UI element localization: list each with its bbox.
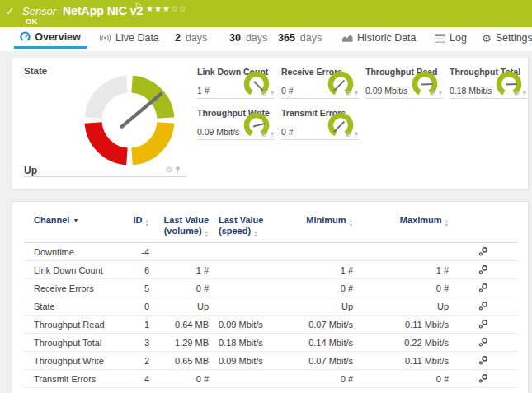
column-header-last-value-volume[interactable]: Last Value (volume)▲▼ <box>149 213 209 243</box>
gauge-needle <box>334 81 345 91</box>
channel-last-value-speed <box>209 279 294 297</box>
channel-settings-button[interactable] <box>478 319 488 330</box>
channel-last-value-speed: 0.18 Mbit/s <box>209 334 294 352</box>
column-header-channel[interactable]: Channel▼ <box>24 213 113 243</box>
gauge-needle <box>421 84 433 85</box>
channel-last-value-volume: 0 # <box>149 279 209 297</box>
channel-name: Receive Errors <box>24 279 113 297</box>
channel-minimum: Up <box>294 297 353 316</box>
channel-row: Downtime -4 <box>24 243 518 261</box>
broadcast-icon <box>99 33 111 43</box>
state-gauge-needle <box>122 94 162 127</box>
channel-row: Transmit Errors 4 0 # 0 # 0 # <box>24 370 518 388</box>
channel-minimum: 0.07 Mbit/s <box>294 352 353 370</box>
gauge-needle <box>253 124 265 126</box>
channel-name: Throughput Read <box>24 316 113 334</box>
gauge-value: 0 # <box>281 127 294 137</box>
column-header-minimum[interactable]: Minimum▲▼ <box>294 213 353 243</box>
tab-2-days[interactable]: 2days <box>175 27 207 49</box>
tab-30-days[interactable]: 30days <box>229 27 267 49</box>
channel-last-value-volume: 1.29 MB <box>149 334 209 352</box>
tab-overview[interactable]: Overview <box>14 27 87 49</box>
pin-icon[interactable] <box>270 91 275 97</box>
tab-historic-data[interactable]: Historic Data <box>342 27 417 49</box>
gear-icon[interactable]: ⚙ <box>514 91 520 97</box>
channel-row: Link Down Count 6 1 # 1 # 1 # <box>24 261 518 279</box>
channel-settings-button[interactable] <box>478 246 488 258</box>
gear-icon[interactable]: ⚙ <box>346 132 351 138</box>
channel-settings-button[interactable] <box>478 355 488 367</box>
priority-flag-icon[interactable]: ⚐ <box>134 2 142 11</box>
channel-minimum <box>294 243 353 261</box>
state-gauge-title: State <box>24 66 47 76</box>
channel-last-value-volume: 0 # <box>149 370 209 388</box>
tab-bar: Overview Live Data 2days 30days 365days … <box>0 27 532 51</box>
sort-icon: ▲▼ <box>145 219 149 227</box>
gauge-tile: Receive Errors 0 # ⚙ <box>281 67 359 99</box>
gauges-panel: State Up ⚙ Link Down Count <box>12 58 529 189</box>
channel-settings-icon <box>478 355 488 365</box>
channel-settings-icon <box>478 246 488 256</box>
gear-icon[interactable]: ⚙ <box>261 132 267 138</box>
table-header-row: Channel▼ ID▲▼ Last Value (volume)▲▼ Last… <box>24 213 518 243</box>
channel-settings-button[interactable] <box>478 301 488 312</box>
pin-icon[interactable] <box>354 91 359 97</box>
gauge-needle <box>334 122 345 133</box>
channel-minimum: 0.07 Mbit/s <box>294 316 353 334</box>
tab-label: Log <box>450 32 467 44</box>
channel-row: Throughput Write 2 0.65 MB 0.09 Mbit/s 0… <box>24 352 518 370</box>
gear-icon[interactable]: ⚙ <box>166 166 172 174</box>
channel-last-value-speed <box>209 370 294 388</box>
status-ok-check-icon: ✓ <box>6 5 15 17</box>
divider <box>24 176 186 177</box>
channel-settings-button[interactable] <box>478 283 488 294</box>
pin-icon[interactable] <box>522 91 527 97</box>
tab-365-days[interactable]: 365days <box>278 27 322 49</box>
gauge-tile: Transmit Errors 0 # ⚙ <box>281 108 359 140</box>
channel-id: 5 <box>113 279 149 297</box>
tab-label: Overview <box>35 31 81 43</box>
channel-maximum: 0 # <box>353 279 449 297</box>
tab-live-data[interactable]: Live Data <box>99 27 159 49</box>
column-header-last-value-speed[interactable]: Last Value (speed)▲▼ <box>209 213 294 243</box>
pin-icon[interactable] <box>438 91 443 97</box>
priority-stars[interactable]: ★★★☆☆ <box>146 4 187 13</box>
channel-maximum: 0.22 Mbit/s <box>353 334 449 352</box>
channel-last-value-speed: 0.09 Mbit/s <box>209 352 294 370</box>
pin-icon[interactable] <box>175 166 181 174</box>
channel-id: 6 <box>113 261 149 279</box>
state-gauge-dial <box>80 71 179 170</box>
column-header-maximum[interactable]: Maximum▲▼ <box>353 213 449 243</box>
channel-row: Throughput Read 1 0.64 MB 0.09 Mbit/s 0.… <box>24 316 518 334</box>
gear-icon[interactable]: ⚙ <box>346 91 351 97</box>
channel-last-value-speed: 0.09 Mbit/s <box>209 316 294 334</box>
gear-icon[interactable]: ⚙ <box>261 91 267 97</box>
pin-icon[interactable] <box>270 132 275 138</box>
channels-table: Channel▼ ID▲▼ Last Value (volume)▲▼ Last… <box>24 213 518 388</box>
channel-settings-button[interactable] <box>478 264 488 276</box>
channel-last-value-volume: 0.65 MB <box>149 352 209 370</box>
channel-settings-button[interactable] <box>478 373 488 385</box>
tab-settings[interactable]: ⚙ Settings <box>482 27 532 49</box>
sensor-header: ✓ Sensor NetApp NIC v2 ⚐ ★★★☆☆ OK <box>0 0 532 27</box>
gauge-tile: Throughput Write 0.09 Mbit/s ⚙ <box>197 108 275 140</box>
column-header-id[interactable]: ID▲▼ <box>113 213 149 243</box>
content-area: State Up ⚙ Link Down Count <box>0 51 532 393</box>
channel-minimum: 0 # <box>294 370 353 388</box>
channel-id: 2 <box>113 352 149 370</box>
tab-label: Live Data <box>115 32 159 44</box>
channel-id: 0 <box>113 297 149 316</box>
channel-settings-button[interactable] <box>478 337 488 349</box>
channel-name: Transmit Errors <box>24 370 113 388</box>
sensor-kicker: Sensor <box>22 5 56 17</box>
gear-icon[interactable]: ⚙ <box>430 91 435 97</box>
gear-icon: ⚙ <box>482 33 492 44</box>
tab-log[interactable]: Log <box>435 27 467 49</box>
gauge-value: 1 # <box>197 86 210 96</box>
status-badge: OK <box>26 16 37 26</box>
sort-desc-icon: ▼ <box>73 218 78 223</box>
pin-icon[interactable] <box>354 132 359 138</box>
sort-icon: ▲▼ <box>349 219 353 227</box>
channel-last-value-volume: 0.64 MB <box>149 316 209 334</box>
sort-icon: ▲▼ <box>253 230 257 237</box>
